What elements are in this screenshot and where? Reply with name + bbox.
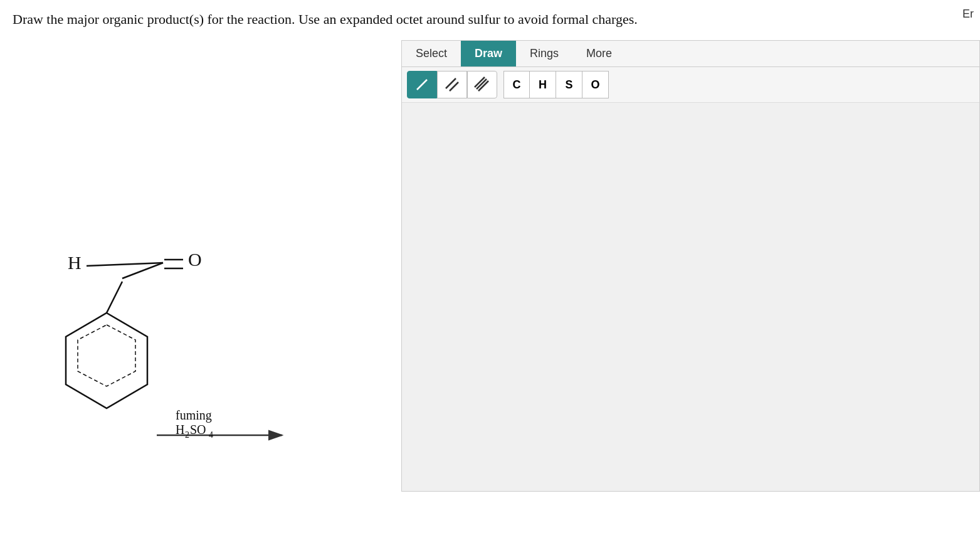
instruction-text: Draw the major organic product(s) for th… [0,0,980,34]
single-bond-button[interactable] [407,71,437,98]
svg-marker-7 [78,325,135,386]
svg-line-16 [417,80,427,90]
molecule-svg: H O [25,53,376,479]
single-bond-icon [413,76,431,93]
svg-line-8 [107,282,122,313]
oxygen-atom-button[interactable]: O [582,71,609,98]
triple-bond-icon [473,76,491,93]
draw-canvas[interactable] [402,103,979,491]
more-button[interactable]: More [572,41,626,66]
molecule-area: H O [25,53,376,479]
toolbar: Select Draw Rings More Er [402,41,979,67]
triple-bond-button[interactable] [467,71,497,98]
hydrogen-atom-button[interactable]: H [530,71,556,98]
double-bond-button[interactable] [437,71,467,98]
left-panel: H O [0,40,401,492]
double-bond-icon [443,76,461,93]
select-button[interactable]: Select [402,41,461,66]
er-label: Er [962,8,974,21]
right-panel: Select Draw Rings More Er [401,40,980,492]
tools-row: C H S O [402,67,979,103]
svg-text:fuming: fuming [176,408,212,423]
svg-text:H: H [68,252,82,273]
svg-text:SO: SO [190,423,206,436]
carbon-atom-button[interactable]: C [503,71,530,98]
atom-group: C H S O [503,71,609,98]
sulfur-atom-button[interactable]: S [556,71,582,98]
svg-line-5 [87,263,163,266]
svg-line-2 [122,263,163,278]
svg-text:O: O [188,249,202,270]
rings-button[interactable]: Rings [516,41,572,66]
svg-text:4: 4 [209,430,213,440]
draw-button[interactable]: Draw [461,41,516,66]
svg-text:2: 2 [185,430,189,440]
svg-text:H: H [176,423,184,436]
bond-group [407,71,497,98]
